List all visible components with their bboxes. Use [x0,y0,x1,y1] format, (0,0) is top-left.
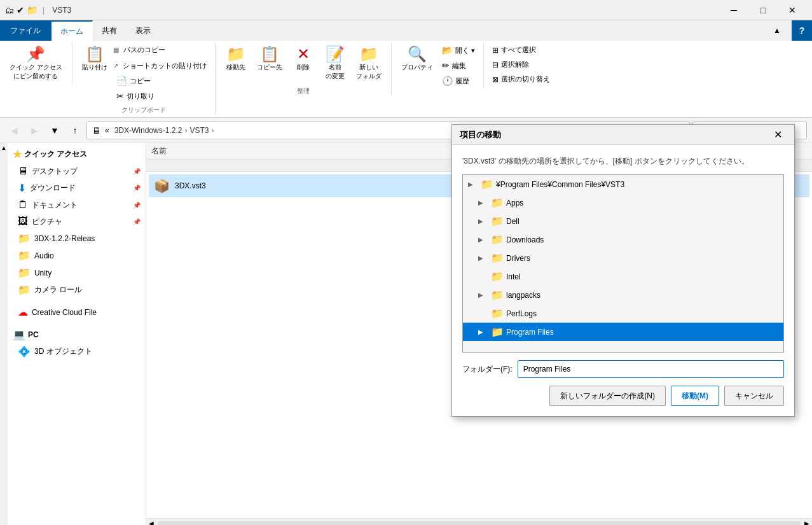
new-folder-button[interactable]: 新しいフォルダーの作成(N) [549,386,666,406]
properties-small-btns: 📂 開く ▾ ✏ 編集 🕐 履歴 [439,43,478,88]
paste-button[interactable]: 📋 貼り付け [78,43,112,75]
tree-item-0[interactable]: ▶ 📁 ¥Program Files¥Common Files¥VST3 [463,175,783,193]
sidebar-item-camera-roll[interactable]: 📁 カメラ ロール [8,281,146,298]
tab-file[interactable]: ファイル [0,20,52,41]
sidebar-item-downloads[interactable]: ⬇ ダウンロード 📌 [8,179,146,197]
tree-item-2[interactable]: ▶ 📁 Dell [463,212,783,230]
sidebar-pc-header[interactable]: 💻 PC [8,326,146,343]
open-button[interactable]: 📂 開く ▾ [439,43,478,57]
tab-home[interactable]: ホーム [52,20,93,41]
horizontal-scrollbar[interactable]: ◀ ▶ [146,518,812,525]
ribbon-group-quickaccess: 📌 クイック アクセス にピン留めする [5,43,72,84]
help-button[interactable]: ? [792,20,812,41]
new-folder-icon: 📁 [359,46,378,62]
shortcut-paste-button[interactable]: ショートカットの貼り付け [120,59,210,73]
app-icon-2: ✔ [17,5,24,15]
move-to-button[interactable]: 📁 移動先 [221,43,251,75]
path-copy-row: ▦ パスのコピー [113,43,210,57]
edit-button[interactable]: ✏ 編集 [439,59,478,73]
tree-item-3[interactable]: ▶ 📁 Downloads [463,230,783,249]
pc-icon: 💻 [13,328,25,340]
tree-arrow-0: ▶ [468,181,478,188]
sidebar-item-3dx[interactable]: 📁 3DX-1.2.2-Releas [8,230,146,247]
breadcrumb-arrow: › [184,126,187,135]
sidebar-container: ▲ ★ クイック アクセス 🖥 デスクトップ 📌 ⬇ ダウンロード 📌 🗒 ドキ… [0,143,146,525]
sidebar-item-3d-objects[interactable]: 💠 3D オブジェクト [8,343,146,360]
clipboard-items: 📋 貼り付け ▦ パスのコピー ↗ ショートカットの貼り付け [78,43,210,103]
ribbon-minimize-button[interactable]: ▲ [762,20,792,41]
forward-button[interactable]: ▶ [25,122,43,139]
breadcrumb-1[interactable]: 3DX-Windows-1.2.2 [114,126,182,135]
vst3-file-icon: 📦 [154,178,170,193]
sidebar-item-pictures[interactable]: 🖼 ピクチャ 📌 [8,213,146,230]
ribbon-group-organize: 📁 移動先 📋 コピー先 ✕ 削除 📝 名前 の変更 📁 新しい フ [221,43,392,95]
breadcrumb-sep-0: « [105,126,109,135]
title-bar-controls: ─ □ ✕ [719,0,807,20]
quick-access-pin-button[interactable]: 📌 クイック アクセス にピン留めする [5,43,67,84]
delete-button[interactable]: ✕ 削除 [288,43,319,75]
minimize-button[interactable]: ─ [719,0,748,20]
tab-share[interactable]: 共有 [93,20,127,41]
pin-icon-desktop: 📌 [133,168,141,175]
dialog-title: 項目の移動 [460,129,769,141]
tree-arrow-4: ▶ [478,255,488,262]
sidebar-quick-access-header[interactable]: ★ クイック アクセス [8,146,146,163]
tree-item-5[interactable]: 📁 Intel [463,267,783,286]
folder-label: フォルダー(F): [462,364,513,375]
rename-button[interactable]: 📝 名前 の変更 [320,43,350,84]
tree-label-3: Downloads [506,235,544,244]
sidebar-item-audio[interactable]: 📁 Audio [8,247,146,264]
sidebar-item-documents[interactable]: 🗒 ドキュメント 📌 [8,197,146,213]
back-button[interactable]: ◀ [5,122,23,139]
dialog-close-button[interactable]: ✕ [769,126,787,144]
tree-label-2: Dell [506,217,520,226]
tree-item-6[interactable]: ▶ 📁 langpacks [463,286,783,304]
path-copy-button[interactable]: パスのコピー [120,43,169,57]
deselect-button[interactable]: ⊟ 選択解除 [489,58,553,71]
sidebar-item-unity[interactable]: 📁 Unity [8,264,146,281]
copy-to-button[interactable]: 📋 コピー先 [252,43,287,75]
app-icon-1: 🗂 [5,5,14,15]
new-folder-button[interactable]: 📁 新しい フォルダ [352,43,386,84]
move-button[interactable]: 移動(M) [671,386,719,406]
invert-selection-button[interactable]: ⊠ 選択の切り替え [489,73,553,86]
pin-icon: 📌 [26,46,45,62]
up-button[interactable]: ↑ [66,122,84,139]
properties-icon: 🔍 [408,46,427,62]
folder-icon-7: 📁 [491,307,504,319]
folder-camera-icon: 📁 [18,284,31,296]
organize-items: 📁 移動先 📋 コピー先 ✕ 削除 📝 名前 の変更 📁 新しい フ [221,43,386,84]
select-all-button[interactable]: ⊞ すべて選択 [489,43,553,57]
tree-item-8[interactable]: ▶ 📁 Program Files [463,323,783,341]
dialog-tree[interactable]: ▶ 📁 ¥Program Files¥Common Files¥VST3 ▶ 📁… [462,174,784,353]
move-dialog: 項目の移動 ✕ '3DX.vst3' の移動先の場所を選択してから、[移動] ボ… [451,124,795,417]
select-btns: ⊞ すべて選択 ⊟ 選択解除 ⊠ 選択の切り替え [489,43,553,86]
properties-button[interactable]: 🔍 プロパティ [397,43,437,75]
tree-item-7[interactable]: 📁 PerfLogs [463,304,783,323]
tree-arrow-2: ▶ [478,218,488,225]
dialog-title-bar: 項目の移動 ✕ [452,125,794,145]
close-button[interactable]: ✕ [778,0,807,20]
shortcut-icon: ↗ [113,62,118,69]
creative-cloud-icon: ☁ [18,306,28,318]
copy-button[interactable]: 📄 コピー [113,74,210,88]
folder-input[interactable] [518,360,784,378]
recent-button[interactable]: ▼ [46,122,64,139]
folder-icon-2: 📁 [491,215,504,227]
tree-arrow-1: ▶ [478,199,488,206]
sidebar-scroll-up[interactable]: ▲ [0,143,8,525]
tree-item-4[interactable]: ▶ 📁 Drivers [463,249,783,267]
history-button[interactable]: 🕐 履歴 [439,74,478,88]
tree-item-1[interactable]: ▶ 📁 Apps [463,193,783,212]
ribbon-group-select: ⊞ すべて選択 ⊟ 選択解除 ⊠ 選択の切り替え [489,43,558,86]
ribbon-group-properties: 🔍 プロパティ 📂 開く ▾ ✏ 編集 🕐 履歴 [397,43,484,88]
sidebar-item-desktop[interactable]: 🖥 デスクトップ 📌 [8,163,146,179]
tab-view[interactable]: 表示 [127,20,160,41]
maximize-button[interactable]: □ [748,0,778,20]
sidebar-item-creative-cloud[interactable]: ☁ Creative Cloud File [8,304,146,321]
cut-button[interactable]: ✂ 切り取り [113,89,210,103]
folder-icon-5: 📁 [491,270,504,283]
breadcrumb-2[interactable]: VST3 [189,126,209,135]
pin-icon-downloads: 📌 [133,185,141,192]
cancel-button[interactable]: キャンセル [724,386,784,406]
